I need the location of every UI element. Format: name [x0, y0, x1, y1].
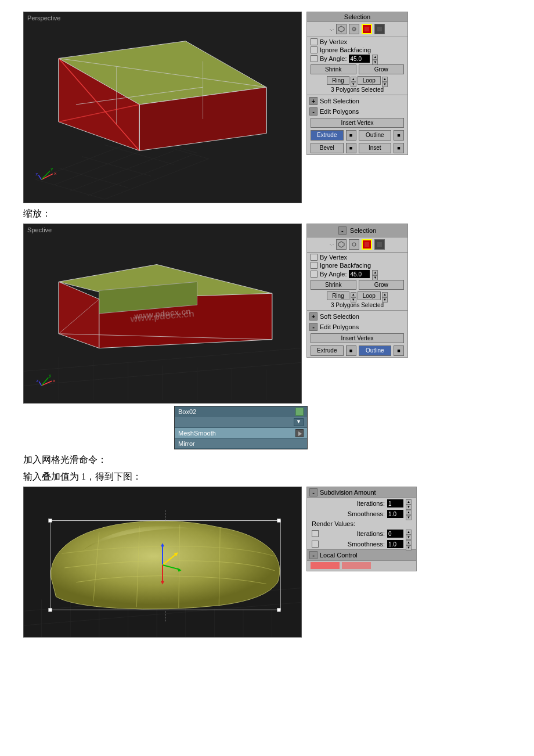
- box-name-label: Box02: [178, 408, 196, 415]
- loop-button-2[interactable]: Loop: [358, 291, 381, 300]
- selection-header-toggle[interactable]: - Selection: [309, 225, 405, 236]
- mod-item-meshsmooth[interactable]: MeshSmooth: [175, 428, 307, 439]
- angle-spinner[interactable]: ▲▼: [372, 55, 378, 63]
- ring-spinner[interactable]: ▲▼: [351, 77, 356, 85]
- by-vertex-checkbox-2[interactable]: [311, 254, 317, 261]
- render-iter-spinner[interactable]: ▲▼: [406, 530, 412, 538]
- viewport-2[interactable]: Spective www.pdocx.cn: [23, 224, 302, 404]
- mod-scroll-area: ▼: [175, 417, 307, 428]
- iterations-spinner[interactable]: ▲▼: [406, 499, 412, 507]
- mod-item-mirror[interactable]: Mirror: [175, 439, 307, 449]
- grow-button-2[interactable]: Grow: [359, 280, 405, 290]
- inset-settings-icon[interactable]: ■: [394, 143, 404, 153]
- element-icon-2[interactable]: [374, 239, 385, 250]
- color-swatch[interactable]: [295, 408, 304, 416]
- edit-poly-minus[interactable]: -: [309, 107, 317, 116]
- element-icon[interactable]: [374, 24, 385, 34]
- subdiv-header: - Subdivision Amount: [307, 487, 416, 498]
- render-iterations-label: Iterations:: [321, 530, 385, 537]
- by-angle-label: By Angle:: [320, 55, 347, 62]
- angle-input-2[interactable]: [349, 270, 370, 278]
- iterations-row: Iterations: ▲▼: [307, 498, 416, 509]
- soft-selection-label-1: Soft Selection: [320, 98, 359, 105]
- viewport-1[interactable]: Perspective: [23, 12, 302, 203]
- loop-spinner-2[interactable]: ▲▼: [382, 292, 388, 300]
- edit-poly-minus-2[interactable]: -: [309, 323, 317, 331]
- svg-point-62: [352, 243, 356, 246]
- bevel-button[interactable]: Bevel: [311, 143, 344, 153]
- edit-polygons-label-1: Edit Polygons: [320, 108, 359, 115]
- extrude-button-2[interactable]: Extrude: [311, 345, 344, 356]
- outline-settings-icon[interactable]: ■: [394, 130, 404, 141]
- selection-panel-2: - Selection ·.· By Vertex: [306, 224, 408, 358]
- polygon-icon-2[interactable]: [336, 239, 347, 250]
- extrude-button[interactable]: Extrude: [311, 130, 344, 141]
- smoothness-input[interactable]: [387, 510, 403, 518]
- render-smoothness-input[interactable]: [387, 540, 403, 548]
- angle-input[interactable]: [349, 55, 370, 63]
- ignore-backfacing-checkbox[interactable]: [311, 46, 317, 53]
- outline-button[interactable]: Outline: [359, 130, 392, 141]
- shrink-button[interactable]: Shrink: [311, 64, 356, 74]
- local-ctrl-minus[interactable]: -: [309, 551, 317, 559]
- viewport-3[interactable]: [23, 487, 302, 638]
- insert-vertex-button-2[interactable]: Insert Vertex: [311, 333, 404, 343]
- svg-marker-30: [338, 26, 344, 32]
- by-angle-checkbox[interactable]: [311, 55, 317, 62]
- soft-sel-plus-2[interactable]: +: [309, 312, 317, 321]
- ignore-backfacing-checkbox-2[interactable]: [311, 262, 317, 269]
- render-smooth-spinner[interactable]: ▲▼: [406, 540, 412, 548]
- shrink-grow-row-2: Shrink Grow: [307, 279, 407, 291]
- insert-vertex-button[interactable]: Insert Vertex: [311, 118, 404, 128]
- by-vertex-row: By Vertex: [307, 38, 407, 46]
- bevel-settings-icon[interactable]: ■: [346, 143, 356, 153]
- insert-vertex-row-1: Insert Vertex: [307, 117, 407, 129]
- icon-row-1: ·.·: [307, 22, 407, 36]
- modifier-stack: Box02 ▼ MeshSmooth Mirror: [174, 406, 308, 449]
- extrude-settings-icon-2[interactable]: ■: [346, 345, 356, 356]
- by-vertex-label-2: By Vertex: [320, 254, 347, 261]
- polygon-sel-icon-2[interactable]: [362, 239, 372, 250]
- vertex-icon-2[interactable]: [349, 239, 359, 250]
- ring-spinner-2[interactable]: ▲▼: [351, 292, 356, 300]
- render-values-label: Render Values:: [307, 519, 416, 528]
- by-vertex-checkbox[interactable]: [311, 38, 317, 45]
- svg-rect-92: [49, 519, 52, 523]
- mod-scroll-up[interactable]: ▼: [294, 418, 304, 426]
- shrink-button-2[interactable]: Shrink: [311, 280, 356, 290]
- by-angle-checkbox-2[interactable]: [311, 271, 317, 278]
- iterations-input[interactable]: [387, 499, 403, 507]
- outline-settings-icon-2[interactable]: ■: [394, 345, 404, 356]
- render-smooth-checkbox[interactable]: [312, 541, 319, 548]
- soft-selection-toggle-1[interactable]: + Soft Selection: [307, 96, 407, 106]
- polygon-icon[interactable]: [336, 24, 347, 34]
- smoothness-spinner[interactable]: ▲▼: [406, 510, 412, 518]
- inset-button[interactable]: Inset: [359, 143, 392, 153]
- polygon-sel-icon[interactable]: [362, 24, 372, 34]
- svg-marker-61: [338, 242, 344, 247]
- render-iterations-input[interactable]: [387, 530, 403, 538]
- subdivision-panel: - Subdivision Amount Iterations: ▲▼ Smoo…: [306, 487, 417, 571]
- sel-header-minus[interactable]: -: [338, 226, 347, 235]
- render-iterations-row: Iterations: ▲▼: [307, 528, 416, 539]
- outline-button-2[interactable]: Outline: [359, 345, 392, 356]
- soft-selection-toggle-2[interactable]: + Soft Selection: [307, 311, 407, 322]
- loop-spinner[interactable]: ▲▼: [382, 77, 388, 85]
- subdiv-header-minus[interactable]: -: [309, 488, 317, 496]
- edit-polygons-toggle-1[interactable]: - Edit Polygons: [307, 106, 407, 117]
- grow-button[interactable]: Grow: [359, 64, 405, 74]
- loop-button[interactable]: Loop: [358, 76, 381, 85]
- ring-button[interactable]: Ring: [327, 76, 349, 85]
- vertex-icon[interactable]: [349, 24, 359, 34]
- render-iter-checkbox[interactable]: [312, 530, 319, 537]
- edit-polygons-toggle-2[interactable]: - Edit Polygons: [307, 322, 407, 332]
- scene-svg-3: [24, 487, 301, 637]
- ring-loop-row: Ring ▲▼ Loop ▲▼: [307, 75, 407, 85]
- angle-spinner-2[interactable]: ▲▼: [372, 270, 378, 278]
- svg-rect-93: [277, 519, 280, 523]
- mod-arrow: [295, 429, 304, 437]
- ring-button-2[interactable]: Ring: [327, 291, 349, 300]
- extrude-settings-icon[interactable]: ■: [346, 130, 356, 141]
- label-input-value: 输入叠加值为 1，得到下图：: [23, 471, 511, 483]
- soft-sel-plus[interactable]: +: [309, 97, 317, 105]
